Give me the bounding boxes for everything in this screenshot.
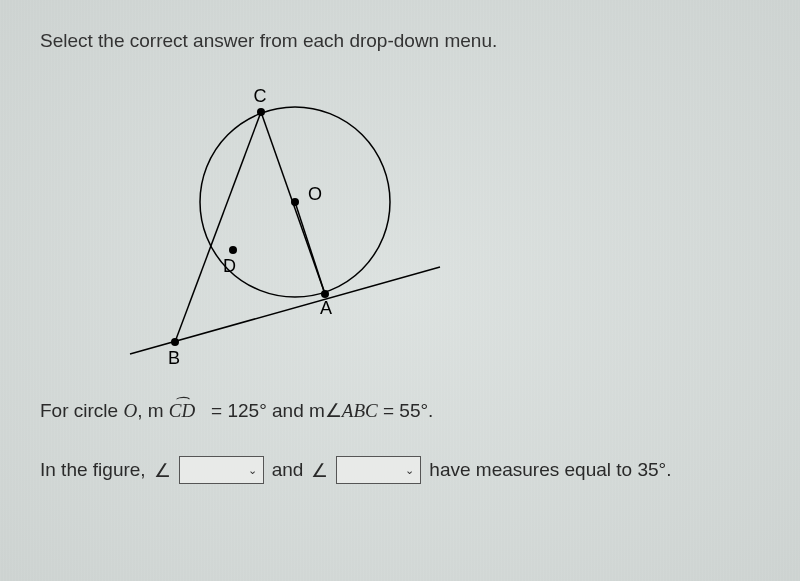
label-a: A [320, 298, 332, 318]
svg-point-6 [291, 198, 299, 206]
svg-point-8 [321, 290, 329, 298]
answer-line: In the figure, ∠ ⌄ and ∠ ⌄ have measures… [40, 456, 760, 484]
arc-cd: CD [169, 396, 195, 426]
angle-symbol-2: ∠ [311, 459, 328, 482]
label-c: C [254, 86, 267, 106]
chevron-down-icon: ⌄ [405, 464, 414, 477]
svg-point-9 [171, 338, 179, 346]
dropdown-angle-2[interactable]: ⌄ [336, 456, 421, 484]
chevron-down-icon: ⌄ [248, 464, 257, 477]
label-b: B [168, 348, 180, 368]
label-o: O [308, 184, 322, 204]
svg-point-5 [257, 108, 265, 116]
angle-symbol-1: ∠ [154, 459, 171, 482]
dropdown-angle-1[interactable]: ⌄ [179, 456, 264, 484]
label-d: D [223, 256, 236, 276]
and-text: and [272, 459, 304, 481]
circle-diagram: C O D A B [120, 72, 450, 372]
geometry-figure: C O D A B [120, 72, 760, 376]
answer-prefix: In the figure, [40, 459, 146, 481]
problem-statement: For circle O, m CD = 125° and m∠ABC = 55… [40, 396, 760, 426]
svg-point-7 [229, 246, 237, 254]
svg-line-4 [295, 202, 325, 294]
answer-suffix: have measures equal to 35°. [429, 459, 671, 481]
instruction-text: Select the correct answer from each drop… [40, 30, 760, 52]
